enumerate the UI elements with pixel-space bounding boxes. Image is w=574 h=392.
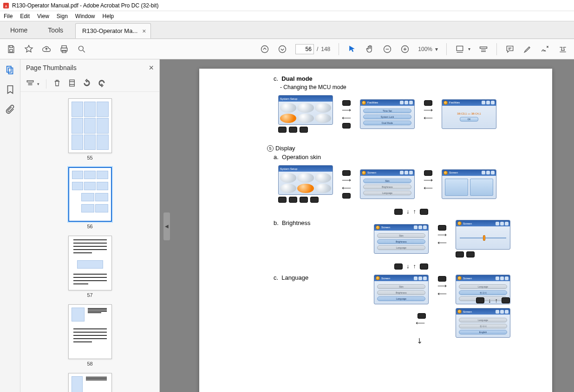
- svg-rect-14: [7, 66, 11, 72]
- section-letter: c.: [274, 274, 278, 281]
- thumbnails-toolbar: ▾: [20, 76, 159, 92]
- print-icon[interactable]: [59, 45, 69, 54]
- section-letter: a.: [274, 154, 279, 161]
- tab-document[interactable]: R130-Operator Ma... ×: [75, 23, 151, 39]
- thumbnails-title: Page Thumbnails: [26, 64, 77, 71]
- section-subtitle: - Changing the MCU mode: [280, 84, 534, 90]
- attachments-rail-icon[interactable]: [5, 104, 15, 114]
- screen-dual-mode-confirm: Facilities38:C3,1 ››› 38:C4,1OK: [442, 99, 496, 129]
- thumbnail-number: 56: [87, 224, 92, 229]
- panel-resize-gutter[interactable]: ◀: [160, 59, 174, 392]
- main-toolbar: / 148 100% ▾ ▾: [0, 39, 574, 59]
- fit-page-icon[interactable]: [479, 45, 488, 54]
- options-icon[interactable]: [26, 79, 34, 89]
- thumbnail-page-58[interactable]: 58: [68, 304, 112, 366]
- page-separator: /: [317, 46, 318, 52]
- cloud-upload-icon[interactable]: [42, 45, 51, 54]
- section-title: Language: [281, 274, 308, 281]
- thumbnail-page-59[interactable]: [68, 373, 112, 392]
- zoom-out-icon[interactable]: [383, 45, 392, 54]
- thumbnail-page-56[interactable]: 56: [68, 167, 112, 229]
- svg-rect-12: [457, 46, 463, 51]
- nav-chips: [278, 197, 333, 203]
- bookmarks-rail-icon[interactable]: [5, 84, 15, 95]
- thumbnail-page-57[interactable]: 57: [68, 236, 112, 298]
- tab-close-icon[interactable]: ×: [142, 27, 146, 35]
- screen-display-menu: ScreenSkinBrightnessLanguage: [374, 224, 429, 254]
- section-title: Operation skin: [282, 154, 321, 161]
- screen-language-list: ScreenLanguage한국어English: [456, 308, 510, 338]
- thumbnail-number: 58: [87, 361, 92, 366]
- rotate-ccw-icon[interactable]: [83, 79, 91, 89]
- nav-chips: [278, 127, 333, 133]
- delete-icon[interactable]: [53, 79, 61, 89]
- arrow-connector: ⟶⟵: [418, 107, 438, 121]
- tab-document-label: R130-Operator Ma...: [82, 27, 137, 34]
- stamp-icon[interactable]: [558, 45, 567, 54]
- vertical-connector: ↓↑: [394, 259, 534, 273]
- thumbnail-list[interactable]: 55 56 57 58: [20, 92, 159, 392]
- thumbnail-number: 55: [87, 155, 92, 161]
- rotate-cw-icon[interactable]: [98, 79, 106, 89]
- thumbnail-page-55[interactable]: 55: [68, 98, 112, 161]
- screen-system-setup: System Setup: [278, 95, 333, 125]
- section-title: Display: [275, 145, 295, 152]
- close-panel-icon[interactable]: ×: [149, 63, 154, 73]
- section-letter: c.: [274, 75, 278, 82]
- menu-edit[interactable]: Edit: [20, 13, 30, 19]
- page-down-icon[interactable]: [278, 45, 287, 54]
- zoom-value: 100%: [418, 46, 432, 52]
- page-total: 148: [321, 46, 330, 52]
- menu-window[interactable]: Window: [75, 13, 95, 19]
- page-up-icon[interactable]: [260, 45, 269, 54]
- save-icon[interactable]: [7, 45, 16, 54]
- fit-width-icon[interactable]: [455, 45, 464, 54]
- svg-point-7: [78, 46, 83, 51]
- svg-rect-4: [62, 45, 66, 48]
- pdf-file-icon: A: [3, 2, 9, 9]
- chevron-down-icon[interactable]: ▾: [468, 46, 470, 51]
- sign-icon[interactable]: [541, 45, 550, 54]
- menu-file[interactable]: File: [4, 13, 13, 19]
- svg-text:A: A: [5, 4, 7, 7]
- window-titlebar: A R130-Operator Manual.pdf - Adobe Acrob…: [0, 0, 574, 11]
- select-tool-icon[interactable]: [347, 45, 357, 54]
- hand-tool-icon[interactable]: [365, 45, 374, 54]
- screen-system-setup: System Setup: [278, 165, 333, 195]
- tab-home[interactable]: Home: [0, 21, 38, 39]
- screen-brightness: Screen: [456, 220, 510, 250]
- menu-help[interactable]: Help: [103, 13, 114, 19]
- circled-number: 5: [267, 145, 274, 152]
- svg-rect-15: [8, 68, 13, 74]
- screen-display-menu: ScreenSkinBrightnessLanguage: [374, 275, 429, 304]
- find-icon[interactable]: [77, 45, 86, 54]
- star-icon[interactable]: [24, 45, 33, 54]
- section-title: Brightness: [282, 219, 310, 226]
- screen-facilities: FacilitiesTime SetSystem LockDual Mode: [360, 99, 415, 129]
- zoom-select[interactable]: 100% ▾: [418, 46, 438, 52]
- section-letter: b.: [274, 219, 279, 226]
- svg-rect-6: [62, 50, 66, 52]
- tab-tools[interactable]: Tools: [38, 21, 73, 39]
- svg-rect-16: [27, 80, 33, 82]
- document-viewport[interactable]: c. Dual mode - Changing the MCU mode Sys…: [174, 59, 574, 392]
- thumbnails-rail-icon[interactable]: [5, 65, 15, 75]
- thumbnails-panel: Page Thumbnails × ▾ 55 56 57: [20, 59, 160, 392]
- section-title: Dual mode: [281, 75, 312, 82]
- print-pages-icon[interactable]: [68, 79, 76, 89]
- page-current-input[interactable]: [295, 44, 314, 54]
- collapse-handle-icon[interactable]: ◀: [163, 212, 170, 240]
- menu-view[interactable]: View: [37, 13, 49, 19]
- comment-icon[interactable]: [505, 45, 515, 54]
- svg-rect-2: [10, 45, 13, 47]
- svg-point-9: [279, 45, 286, 52]
- chevron-down-icon[interactable]: ▾: [37, 82, 39, 86]
- highlight-icon[interactable]: [523, 45, 532, 54]
- arrow-connector: ⟶⟵: [432, 231, 452, 246]
- left-rail: [0, 59, 20, 392]
- thumbnail-number: 57: [87, 292, 92, 298]
- menu-sign[interactable]: Sign: [57, 13, 68, 19]
- nav-chips: [456, 251, 510, 257]
- zoom-in-icon[interactable]: [400, 45, 410, 54]
- arrow-connector: ⟶⟵: [337, 107, 356, 121]
